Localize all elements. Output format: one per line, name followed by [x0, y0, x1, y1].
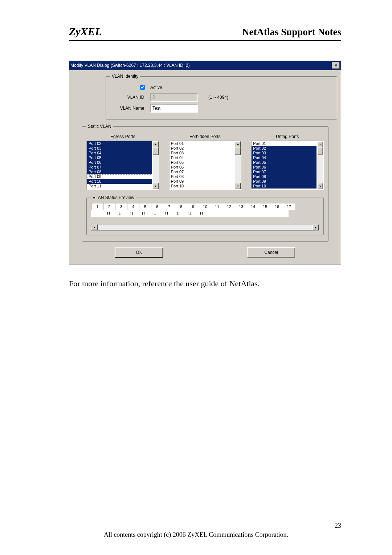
preview-port: 3: [115, 203, 127, 210]
modify-vlan-dialog: Modify VLAN Dialog (Switch-6267 : 172.23…: [69, 61, 341, 264]
list-item[interactable]: Port 05: [252, 160, 317, 165]
list-item[interactable]: Port 10: [87, 179, 152, 184]
list-item[interactable]: Port 09: [87, 174, 152, 179]
active-checkbox[interactable]: [140, 85, 145, 90]
list-item[interactable]: Port 04: [170, 155, 234, 160]
list-item[interactable]: Port 01: [170, 141, 234, 146]
preview-port: 5: [139, 203, 151, 210]
list-item[interactable]: Port 08: [252, 174, 317, 179]
scroll-track[interactable]: [98, 224, 313, 230]
scroll-down-icon[interactable]: [153, 183, 159, 189]
preview-status-cell: --: [219, 210, 230, 217]
list-item[interactable]: Port 10: [170, 184, 234, 189]
egress-header: Egress Ports: [86, 134, 159, 139]
scroll-thumb[interactable]: [317, 147, 323, 155]
preview-status-cell: U: [138, 210, 149, 217]
scroll-thumb[interactable]: [235, 147, 241, 155]
preview-port: 8: [175, 203, 187, 210]
list-item[interactable]: Port 06: [252, 165, 317, 170]
dialog-titlebar[interactable]: Modify VLAN Dialog (Switch-6267 : 172.23…: [69, 61, 341, 70]
vlan-name-input[interactable]: [150, 104, 198, 113]
close-button[interactable]: ✕: [332, 62, 340, 69]
preview-status-cell: --: [254, 210, 265, 217]
preview-port: 10: [199, 203, 211, 210]
cancel-button[interactable]: Cancel: [247, 247, 295, 258]
list-item[interactable]: Port 07: [252, 170, 317, 174]
list-item[interactable]: Port 01: [252, 141, 317, 146]
vlan-id-input: 2: [150, 93, 198, 102]
vlan-id-range: (1 ~ 4094): [208, 95, 228, 100]
static-vlan-legend: Static VLAN: [86, 124, 113, 129]
vlan-status-preview-legend: VLAN Status Preview: [91, 195, 136, 200]
vlan-identity-legend: VLAN Identity: [110, 74, 140, 79]
static-vlan-group: Static VLAN Egress Ports Port 02Port 03P…: [82, 124, 328, 242]
scroll-up-icon[interactable]: [153, 141, 159, 147]
ok-button[interactable]: OK: [115, 247, 163, 258]
list-item[interactable]: Port 04: [87, 151, 152, 155]
preview-status-cell: U: [114, 210, 126, 217]
preview-status-cell: --: [230, 210, 242, 217]
preview-status-cell: U: [196, 210, 207, 217]
untag-header: Untag Ports: [251, 134, 324, 139]
scroll-down-icon[interactable]: [317, 183, 323, 189]
list-item[interactable]: Port 07: [87, 165, 152, 170]
untag-listbox[interactable]: Port 01Port 02Port 03Port 04Port 05Port …: [251, 141, 324, 190]
preview-port: 14: [247, 203, 259, 210]
preview-port: 2: [103, 203, 115, 210]
preview-status-cell: --: [207, 210, 219, 217]
preview-hscroll[interactable]: [91, 224, 319, 231]
preview-port: 1: [91, 203, 103, 210]
forbidden-scrollbar[interactable]: [235, 141, 241, 189]
untag-scrollbar[interactable]: [317, 141, 323, 189]
preview-port: 4: [127, 203, 139, 210]
header-rule: [69, 40, 341, 41]
preview-status: --UUUUUUUUU--------------: [91, 210, 289, 217]
list-item[interactable]: Port 08: [87, 170, 152, 174]
list-item[interactable]: Port 07: [170, 170, 234, 174]
scroll-thumb[interactable]: [153, 147, 159, 155]
scroll-right-icon[interactable]: [313, 224, 319, 230]
egress-scrollbar[interactable]: [153, 141, 159, 189]
list-item[interactable]: Port 10: [252, 184, 317, 189]
caption-text: For more information, reference the user…: [69, 279, 341, 288]
list-item[interactable]: Port 09: [252, 179, 317, 184]
list-item[interactable]: Port 02: [170, 146, 234, 151]
preview-status-cell: U: [184, 210, 196, 217]
list-item[interactable]: Port 11: [87, 184, 152, 189]
page-number: 23: [335, 522, 341, 530]
vlan-status-preview-group: VLAN Status Preview 12345678910111213141…: [86, 195, 324, 235]
preview-status-cell: U: [126, 210, 138, 217]
list-item[interactable]: Port 02: [87, 141, 152, 146]
preview-status-cell: --: [277, 210, 289, 217]
preview-status-cell: --: [91, 210, 103, 217]
list-item[interactable]: Port 06: [87, 160, 152, 165]
scroll-up-icon[interactable]: [317, 141, 323, 147]
preview-status-cell: U: [172, 210, 184, 217]
egress-listbox[interactable]: Port 02Port 03Port 04Port 05Port 06Port …: [86, 141, 159, 190]
list-item[interactable]: Port 03: [252, 151, 317, 155]
list-item[interactable]: Port 03: [87, 146, 152, 151]
dialog-title: Modify VLAN Dialog (Switch-6267 : 172.23…: [70, 63, 332, 68]
preview-status-cell: --: [242, 210, 254, 217]
preview-status-cell: U: [161, 210, 172, 217]
list-item[interactable]: Port 09: [170, 179, 234, 184]
brand-logo: ZyXEL: [69, 25, 102, 38]
vlan-id-label: VLAN ID :: [110, 95, 147, 100]
list-item[interactable]: Port 02: [252, 146, 317, 151]
page-title: NetAtlas Support Notes: [242, 27, 341, 38]
list-item[interactable]: Port 08: [170, 174, 234, 179]
scroll-up-icon[interactable]: [235, 141, 241, 147]
preview-port: 13: [235, 203, 247, 210]
forbidden-header: Forbidden Ports: [169, 134, 242, 139]
list-item[interactable]: Port 06: [170, 165, 234, 170]
preview-port: 12: [223, 203, 235, 210]
list-item[interactable]: Port 03: [170, 151, 234, 155]
list-item[interactable]: Port 05: [87, 155, 152, 160]
list-item[interactable]: Port 04: [252, 155, 317, 160]
scroll-left-icon[interactable]: [91, 224, 98, 230]
preview-port: 15: [259, 203, 271, 210]
list-item[interactable]: Port 05: [170, 160, 234, 165]
preview-status-cell: --: [265, 210, 277, 217]
forbidden-listbox[interactable]: Port 01Port 02Port 03Port 04Port 05Port …: [169, 141, 242, 190]
scroll-down-icon[interactable]: [235, 183, 241, 189]
